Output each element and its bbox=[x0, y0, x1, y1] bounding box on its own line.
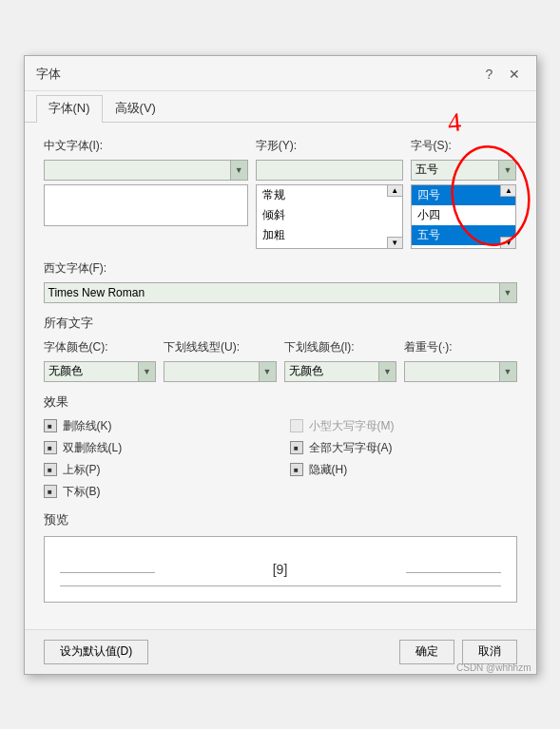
underline-color-label: 下划线颜色(l): bbox=[284, 339, 397, 355]
chinese-font-col: 中文字体(I): ▼ bbox=[44, 138, 248, 249]
strikethrough-checkbox[interactable] bbox=[44, 419, 57, 432]
style-scroll-up[interactable]: ▲ bbox=[387, 185, 402, 197]
subscript-label: 下标(B) bbox=[63, 484, 101, 500]
preview-label: 预览 bbox=[44, 511, 517, 528]
superscript-label: 上标(P) bbox=[63, 462, 101, 478]
superscript-checkbox[interactable] bbox=[44, 463, 57, 476]
close-button[interactable]: ✕ bbox=[504, 64, 525, 85]
all-caps-label: 全部大写字母(A) bbox=[309, 440, 393, 456]
small-caps-checkbox[interactable] bbox=[290, 419, 303, 432]
all-caps-checkbox[interactable] bbox=[290, 441, 303, 454]
size-item-xiaosi[interactable]: 小四 bbox=[412, 205, 516, 225]
west-font-row: 西文字体(F): Times New Roman ▼ bbox=[44, 260, 517, 303]
underline-color-col: 下划线颜色(l): 无颜色 ▼ bbox=[284, 339, 397, 382]
effects-label: 效果 bbox=[44, 393, 517, 411]
chinese-font-value bbox=[45, 169, 230, 171]
effects-section: 效果 删除线(K) 双删除线(L) bbox=[44, 393, 517, 500]
all-text-row: 字体颜色(C): 无颜色 ▼ 下划线线型(U): ▼ bbox=[44, 339, 517, 382]
underline-style-arrow[interactable]: ▼ bbox=[259, 362, 276, 381]
effects-left-col: 删除线(K) 双删除线(L) 上标(P) 下标(B) bbox=[44, 418, 271, 500]
subscript-checkbox[interactable] bbox=[44, 485, 57, 498]
west-font-dropdown[interactable]: Times New Roman ▼ bbox=[44, 282, 517, 303]
dialog-title: 字体 bbox=[36, 66, 61, 83]
preview-line-top-right bbox=[406, 572, 501, 573]
effect-subscript: 下标(B) bbox=[44, 484, 271, 500]
size-arrow[interactable]: ▼ bbox=[498, 161, 515, 180]
emphasis-value bbox=[405, 371, 499, 373]
west-font-arrow[interactable]: ▼ bbox=[499, 283, 516, 302]
effect-small-caps: 小型大写字母(M) bbox=[290, 418, 517, 434]
west-font-value: Times New Roman bbox=[45, 285, 499, 300]
effects-right-col: 小型大写字母(M) 全部大写字母(A) 隐藏(H) bbox=[290, 418, 517, 500]
underline-style-dropdown[interactable]: ▼ bbox=[164, 361, 277, 382]
underline-color-arrow[interactable]: ▼ bbox=[378, 362, 396, 381]
double-strikethrough-checkbox[interactable] bbox=[44, 441, 57, 454]
underline-color-dropdown[interactable]: 无颜色 ▼ bbox=[284, 361, 397, 382]
underline-style-col: 下划线线型(U): ▼ bbox=[164, 339, 277, 382]
font-color-col: 字体颜色(C): 无颜色 ▼ bbox=[44, 339, 157, 382]
preview-line-bottom bbox=[60, 585, 501, 586]
chinese-font-dropdown[interactable]: ▼ bbox=[44, 160, 248, 181]
underline-style-label: 下划线线型(U): bbox=[164, 339, 277, 355]
watermark: CSDN @whhhzm bbox=[456, 662, 531, 673]
style-list-inner: 常规 倾斜 加粗 bbox=[257, 185, 402, 248]
tab-advanced[interactable]: 高级(V) bbox=[103, 95, 168, 123]
font-color-arrow[interactable]: ▼ bbox=[138, 362, 155, 381]
underline-color-value: 无颜色 bbox=[285, 362, 379, 380]
tab-bar: 字体(N) 高级(V) bbox=[25, 95, 536, 123]
cancel-button[interactable]: 取消 bbox=[462, 640, 517, 664]
tab-basic[interactable]: 字体(N) bbox=[36, 95, 103, 123]
size-listbox: 四号 小四 五号 ▲ ▼ bbox=[411, 184, 517, 249]
style-item-bold[interactable]: 加粗 bbox=[257, 225, 402, 245]
font-color-value: 无颜色 bbox=[45, 362, 139, 380]
double-strikethrough-label: 双删除线(L) bbox=[63, 440, 123, 456]
size-input-box[interactable]: 五号 ▼ bbox=[411, 160, 517, 181]
size-input[interactable]: 五号 bbox=[412, 163, 499, 178]
emphasis-col: 着重号(·): ▼ bbox=[404, 339, 517, 382]
effect-hidden: 隐藏(H) bbox=[290, 462, 517, 478]
font-dialog: 字体 ? ✕ 字体(N) 高级(V) 中文字体(I): ▼ bbox=[24, 55, 537, 675]
emphasis-arrow[interactable]: ▼ bbox=[499, 362, 516, 381]
preview-content: [9] bbox=[273, 562, 288, 577]
style-input[interactable] bbox=[256, 160, 403, 181]
size-col: 字号(S): 五号 ▼ 四号 小四 五号 ▲ ▼ bbox=[411, 138, 517, 249]
style-listbox: 常规 倾斜 加粗 ▲ ▼ bbox=[256, 184, 403, 249]
size-label: 字号(S): bbox=[411, 138, 517, 154]
style-label: 字形(Y): bbox=[256, 138, 403, 154]
preview-line-top-left bbox=[60, 572, 155, 573]
strikethrough-label: 删除线(K) bbox=[63, 418, 112, 434]
preview-section: 预览 [9] bbox=[44, 511, 517, 603]
size-scroll-down[interactable]: ▼ bbox=[500, 237, 515, 248]
all-text-label: 所有文字 bbox=[44, 315, 517, 332]
all-text-section: 所有文字 字体颜色(C): 无颜色 ▼ 下划线线型(U): bbox=[44, 315, 517, 382]
effect-double-strikethrough: 双删除线(L) bbox=[44, 440, 271, 456]
ok-button[interactable]: 确定 bbox=[399, 640, 454, 664]
dialog-content: 中文字体(I): ▼ 字形(Y): 常规 倾斜 bbox=[25, 123, 536, 629]
font-row-top: 中文字体(I): ▼ 字形(Y): 常规 倾斜 bbox=[44, 138, 517, 249]
chinese-font-list bbox=[44, 184, 248, 226]
small-caps-label: 小型大写字母(M) bbox=[309, 418, 395, 434]
emphasis-label: 着重号(·): bbox=[404, 339, 517, 355]
set-default-button[interactable]: 设为默认值(D) bbox=[44, 640, 149, 664]
help-button[interactable]: ? bbox=[479, 64, 500, 85]
style-scroll-down[interactable]: ▼ bbox=[387, 237, 402, 248]
effect-all-caps: 全部大写字母(A) bbox=[290, 440, 517, 456]
chinese-font-arrow[interactable]: ▼ bbox=[230, 161, 247, 180]
font-color-label: 字体颜色(C): bbox=[44, 339, 157, 355]
effect-strikethrough: 删除线(K) bbox=[44, 418, 271, 434]
effect-superscript: 上标(P) bbox=[44, 462, 271, 478]
hidden-checkbox[interactable] bbox=[290, 463, 303, 476]
title-bar: 字体 ? ✕ bbox=[25, 56, 536, 91]
effects-grid: 删除线(K) 双删除线(L) 上标(P) 下标(B) bbox=[44, 418, 517, 500]
style-item-regular[interactable]: 常规 bbox=[257, 185, 402, 205]
bottom-right-buttons: 确定 取消 bbox=[399, 640, 517, 664]
hidden-label: 隐藏(H) bbox=[309, 462, 348, 478]
size-scroll-up[interactable]: ▲ bbox=[500, 185, 515, 197]
emphasis-dropdown[interactable]: ▼ bbox=[404, 361, 517, 382]
title-bar-right: ? ✕ bbox=[479, 64, 525, 85]
underline-style-value bbox=[164, 371, 259, 373]
style-item-italic[interactable]: 倾斜 bbox=[257, 205, 402, 225]
chinese-font-label: 中文字体(I): bbox=[44, 138, 248, 154]
style-col: 字形(Y): 常规 倾斜 加粗 ▲ ▼ bbox=[256, 138, 403, 249]
font-color-dropdown[interactable]: 无颜色 ▼ bbox=[44, 361, 157, 382]
